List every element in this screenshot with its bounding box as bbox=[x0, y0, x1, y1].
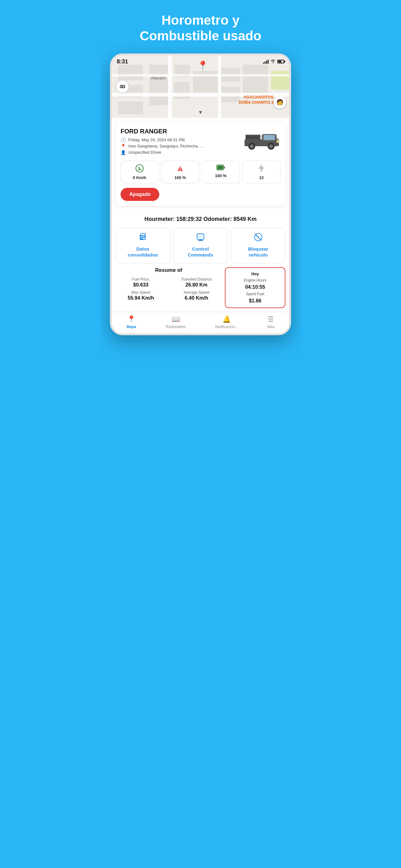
engine-hours-value: 04:10:55 bbox=[245, 284, 265, 290]
control-label: ControlCommands bbox=[188, 246, 213, 258]
clock-icon: 🕐 bbox=[121, 137, 126, 143]
battery-icon bbox=[277, 60, 284, 63]
map-collapse-arrow[interactable]: ▼ bbox=[198, 110, 203, 115]
map-poi-label: AGACHADITOS DOÑA CHARITO 2 bbox=[239, 95, 274, 105]
bloquear-label: Bloquearvehículo bbox=[248, 246, 268, 258]
fuel-price-value: $0.633 bbox=[115, 282, 166, 288]
vehicle-card: FORD RANGER 🕐 Friday, May 24, 2024 08:31… bbox=[115, 123, 286, 206]
map-area: 8:31 bbox=[112, 55, 289, 118]
svg-rect-11 bbox=[271, 71, 289, 90]
svg-point-33 bbox=[180, 170, 181, 170]
header-title-line1: Horometro y bbox=[162, 13, 239, 28]
resume-grid: Fuel Price: $0.633 Travelled Distance 26… bbox=[115, 277, 222, 301]
svg-rect-36 bbox=[224, 166, 225, 168]
resume-fuel-price: Fuel Price: $0.633 bbox=[115, 277, 166, 288]
stat-signal-value: 100 % bbox=[175, 175, 186, 180]
vehicle-stats: 0 Km/h 100 % bbox=[121, 161, 280, 183]
status-time: 8:31 bbox=[117, 58, 128, 65]
lightning-icon bbox=[258, 164, 265, 174]
stat-lightning-value: 12 bbox=[259, 175, 264, 180]
stat-battery: 100 % bbox=[202, 161, 240, 183]
engine-hours-label: Engine Hours bbox=[244, 278, 267, 282]
resume-left: Resume of Fuel Price: $0.633 Travelled D… bbox=[115, 267, 222, 308]
mas-icon: ☰ bbox=[268, 315, 274, 323]
mas-label: Más bbox=[267, 324, 274, 329]
vehicle-info: FORD RANGER 🕐 Friday, May 24, 2024 08:31… bbox=[121, 128, 243, 156]
apagado-button[interactable]: Apagado bbox=[121, 188, 159, 201]
header-title-line2: Combustible usado bbox=[140, 28, 261, 43]
wifi-icon bbox=[270, 59, 275, 64]
vehicle-header: FORD RANGER 🕐 Friday, May 24, 2024 08:31… bbox=[121, 128, 280, 156]
speedometer-icon bbox=[135, 164, 144, 174]
datos-label: Datosconsolidados bbox=[128, 246, 158, 258]
svg-rect-44 bbox=[200, 239, 201, 240]
distance-label: Travelled Distance bbox=[171, 277, 222, 281]
svg-point-30 bbox=[139, 168, 140, 169]
notificaciones-label: Notificacion... bbox=[215, 324, 238, 329]
datos-consolidados-button[interactable]: Datosconsolidados bbox=[115, 227, 170, 264]
svg-line-46 bbox=[255, 234, 261, 240]
signal-strength-icon bbox=[176, 164, 185, 174]
rastreables-icon: 📖 bbox=[171, 315, 180, 323]
today-title: Hoy bbox=[252, 272, 259, 276]
control-icon bbox=[196, 233, 205, 243]
action-buttons: Datosconsolidados ControlCommands Bloq bbox=[112, 225, 289, 267]
stat-signal: 100 % bbox=[161, 161, 199, 183]
rastreables-label: Rastreables bbox=[166, 324, 186, 329]
driver-icon: 👤 bbox=[121, 150, 126, 155]
status-icons bbox=[263, 59, 284, 64]
spent-fuel-label: Spent Fuel bbox=[246, 292, 264, 296]
nav-mas[interactable]: ☰ Más bbox=[267, 315, 274, 329]
datos-icon bbox=[138, 233, 147, 243]
vehicle-name: FORD RANGER bbox=[121, 128, 243, 135]
svg-rect-26 bbox=[277, 138, 278, 140]
svg-rect-16 bbox=[112, 74, 289, 76]
bottom-navigation: 📍 Mapa 📖 Rastreables 🔔 Notificacion... ☰… bbox=[112, 312, 289, 333]
battery-status-icon bbox=[216, 164, 225, 172]
stat-speed-value: 0 Km/h bbox=[133, 175, 146, 180]
bloquear-icon bbox=[254, 233, 263, 243]
svg-rect-10 bbox=[243, 65, 268, 96]
nav-rastreables[interactable]: 📖 Rastreables bbox=[166, 315, 186, 329]
resume-title: Resume of bbox=[115, 267, 222, 273]
map-person-icon[interactable]: 🧑 bbox=[274, 96, 286, 108]
map-pin: 📍 bbox=[197, 60, 208, 71]
vehicle-image bbox=[243, 128, 280, 151]
svg-marker-37 bbox=[259, 164, 264, 173]
location-icon: 📍 bbox=[121, 144, 126, 149]
bloquear-vehiculo-button[interactable]: Bloquearvehículo bbox=[231, 227, 286, 264]
distance-value: 26.80 Km bbox=[171, 282, 222, 288]
vehicle-location: 📍 Inés Gangotena, Sangolquí, Pichincha, … bbox=[121, 144, 243, 149]
svg-rect-3 bbox=[118, 101, 143, 114]
nav-notificaciones[interactable]: 🔔 Notificacion... bbox=[215, 315, 238, 329]
nav-mapa[interactable]: 📍 Mapa bbox=[127, 315, 136, 329]
svg-rect-25 bbox=[277, 140, 278, 143]
svg-point-22 bbox=[250, 144, 254, 148]
control-commands-button[interactable]: ControlCommands bbox=[173, 227, 228, 264]
resume-avg-speed: Average Speed 6.40 Km/h bbox=[171, 290, 222, 301]
resume-section: Resume of Fuel Price: $0.633 Travelled D… bbox=[112, 267, 289, 312]
svg-rect-35 bbox=[218, 165, 223, 169]
phone-mockup: 8:31 bbox=[110, 54, 291, 335]
notificaciones-icon: 🔔 bbox=[222, 315, 231, 323]
signal-icon bbox=[263, 59, 269, 64]
resume-distance: Travelled Distance 26.80 Km bbox=[171, 277, 222, 288]
svg-rect-19 bbox=[264, 135, 275, 140]
svg-rect-27 bbox=[246, 136, 259, 139]
fuel-price-label: Fuel Price: bbox=[115, 277, 166, 281]
max-speed-label: Max Speed bbox=[115, 290, 166, 294]
svg-rect-42 bbox=[198, 234, 203, 238]
map-road-label: Atacazo bbox=[151, 75, 166, 80]
vehicle-driver: 👤 Unspecified Driver bbox=[121, 150, 243, 155]
resume-max-speed: Max Speed 55.94 Km/h bbox=[115, 290, 166, 301]
header-title: Horometro y Combustible usado bbox=[100, 0, 301, 54]
resume-today-box: Hoy Engine Hours 04:10:55 Spent Fuel $1.… bbox=[225, 267, 286, 308]
svg-rect-4 bbox=[149, 77, 168, 105]
max-speed-value: 55.94 Km/h bbox=[115, 295, 166, 301]
avg-speed-value: 6.40 Km/h bbox=[171, 295, 222, 301]
spent-fuel-value: $1.66 bbox=[249, 298, 261, 304]
map-3d-button[interactable]: 3D bbox=[115, 80, 129, 93]
hourmeter-line: Hourmeter: 158:29:32 Odometer: 8549 Km bbox=[112, 211, 289, 225]
stat-battery-value: 100 % bbox=[215, 174, 227, 178]
vehicle-datetime: 🕐 Friday, May 24, 2024 08:31 PM bbox=[121, 137, 243, 143]
